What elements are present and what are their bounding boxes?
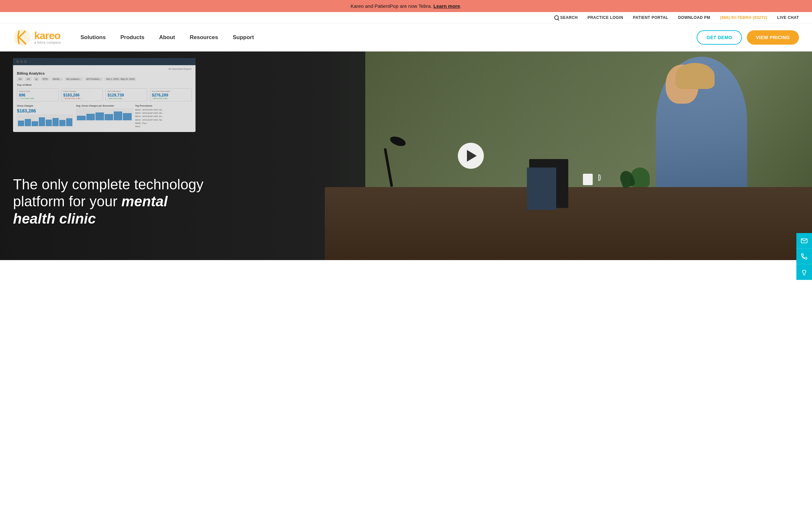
side-buttons (796, 233, 812, 260)
billing-filters: 1w 1m 1y MTD Month... All Locations... A… (17, 77, 192, 81)
nav-buttons: GET DEMO VIEW PRICING (697, 30, 799, 45)
gross-charges-chart (17, 114, 73, 127)
logo-text: kareo a tebra company (34, 30, 61, 44)
avg-col: Avg. Gross Charges per Encounter (76, 105, 132, 128)
top-procedures-col: Top Procedures 99205 - OFFICE/OP VISIT, … (135, 105, 192, 128)
billing-mockup: 36 Subscribed Reports Billing Analytics … (13, 58, 196, 132)
nav-solutions[interactable]: Solutions (81, 34, 106, 41)
envelope-icon (801, 237, 808, 245)
procedures-list: 99205 - OFFICE/OP VISIT, NE... 99204 - O… (135, 108, 192, 128)
filter-1w[interactable]: 1w (17, 77, 23, 81)
nav-links: Solutions Products About Resources Suppo… (81, 34, 697, 41)
metric-ar: Accounts Receivable $276,289 + $979 Prio… (150, 88, 192, 102)
search-icon (554, 15, 559, 20)
filter-1y[interactable]: 1y (34, 77, 39, 81)
hero-headline: The only complete technology platform fo… (13, 176, 208, 227)
filter-providers[interactable]: All Providers... (85, 77, 103, 81)
gross-charges-col: Gross Charges $183,286 (17, 105, 73, 128)
filter-month[interactable]: Month... (51, 77, 63, 81)
nav-about[interactable]: About (159, 34, 175, 41)
main-nav: kareo a tebra company Solutions Products… (0, 24, 812, 52)
filter-date: Dec 1, 2015 - May 31, 2016 (105, 77, 136, 81)
download-pm-link[interactable]: DOWNLOAD PM (678, 15, 710, 20)
nav-support[interactable]: Support (233, 34, 254, 41)
phone-icon (801, 253, 808, 260)
top-of-mind-label: Top of Mind (17, 83, 192, 86)
svg-point-1 (18, 36, 20, 38)
avg-chart (76, 108, 132, 121)
billing-title: Billing Analytics (17, 72, 192, 75)
email-side-button[interactable] (796, 233, 812, 249)
subscribed-reports: 36 Subscribed Reports (17, 68, 192, 70)
billing-bottom: Gross Charges $183,286 Avg. Gross Charge… (17, 105, 192, 128)
hero-section: 36 Subscribed Reports Billing Analytics … (0, 52, 812, 260)
phone-side-button[interactable] (796, 249, 812, 260)
banner-link[interactable]: Learn more (433, 3, 460, 9)
hero-text: The only complete technology platform fo… (13, 176, 208, 227)
play-button[interactable] (458, 143, 484, 169)
filter-mtd[interactable]: MTD (41, 77, 49, 81)
nav-resources[interactable]: Resources (190, 34, 218, 41)
filter-1m[interactable]: 1m (25, 77, 32, 81)
play-triangle-icon (467, 150, 477, 162)
metric-gross-charges: Gross Charges $183,286 ↓ $1,062 Prior 6 … (61, 88, 103, 102)
get-demo-button[interactable]: GET DEMO (697, 30, 742, 45)
practice-login-link[interactable]: PRACTICE LOGIN (587, 15, 624, 20)
view-pricing-button[interactable]: VIEW PRICING (747, 30, 799, 45)
search-nav-item[interactable]: SEARCH (554, 15, 578, 20)
metric-net-collections: Net Collections $129,739 + $34 Prior 6 M… (106, 88, 147, 102)
billing-topbar (13, 58, 196, 65)
metrics-row: Patient Visits 896 + 11.0 Prior 6 Mo. Gr… (17, 88, 192, 102)
patient-portal-link[interactable]: PATIENT PORTAL (633, 15, 668, 20)
filter-locations[interactable]: All Locations... (65, 77, 83, 81)
secondary-nav: SEARCH PRACTICE LOGIN PATIENT PORTAL DOW… (0, 12, 812, 24)
top-banner: Kareo and PatientPop are now Tebra. Lear… (0, 0, 812, 12)
nav-products[interactable]: Products (120, 34, 144, 41)
banner-text: Kareo and PatientPop are now Tebra. (351, 3, 432, 9)
svg-point-0 (14, 29, 30, 46)
phone-link[interactable]: (866) 93-TEBRA (83272) (720, 15, 767, 20)
live-chat-link[interactable]: LIVE CHAT (777, 15, 799, 20)
kareo-k-icon (13, 28, 31, 46)
logo[interactable]: kareo a tebra company (13, 28, 61, 46)
metric-patient-visits: Patient Visits 896 + 11.0 Prior 6 Mo. (17, 88, 59, 102)
